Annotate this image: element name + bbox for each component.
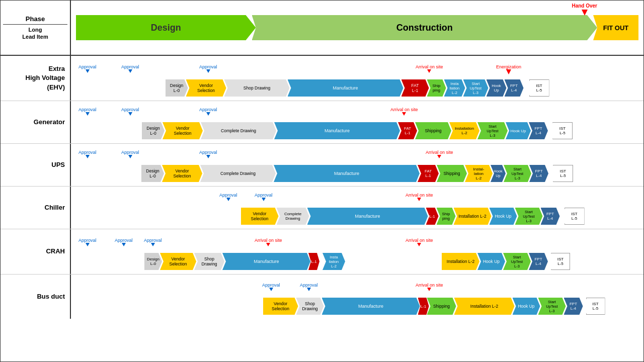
ups-annotations: Approval Approval Approval Arrival on si…: [73, 150, 641, 164]
row-content-crah: Approval Approval Approval Arrival on si…: [71, 229, 643, 274]
ehv-energization: Energization: [496, 64, 521, 74]
chiller-annotations: Approval Approval Arrival on site: [73, 193, 641, 207]
crah-items: DesignL-0 VendorSelection ShopDrawing Ma…: [144, 253, 570, 270]
main-container: Phase LongLead Item Design Construction …: [0, 0, 644, 362]
ehv-installation: InstallationL-2: [444, 79, 465, 97]
row-chiller: Chiller Approval Approval Arrival on sit…: [1, 187, 643, 229]
gen-annotations: Approval Approval Approval Arrival on si…: [73, 107, 641, 121]
ehv-fpt: FPTL-4: [505, 79, 524, 97]
ehv-design: DesignL-0: [166, 79, 188, 97]
ehv-ist: ISTL-5: [529, 79, 549, 97]
busduct-annotations: Approval Approval Arrival on site: [73, 283, 641, 297]
row-ups: UPS Approval Approval Approval: [1, 144, 643, 187]
busduct-items: VendorSelection ShopDrawing Manufacture …: [110, 298, 605, 315]
row-label-ehv: ExtraHigh Voltage(EHV): [1, 56, 71, 101]
header-row: Phase LongLead Item Design Construction …: [1, 1, 643, 56]
phase-design: Design: [76, 15, 256, 40]
row-generator: Generator Approval Approval Approval: [1, 101, 643, 144]
ehv-ann3: Approval: [199, 64, 217, 73]
long-lead-label: LongLead Item: [3, 26, 67, 41]
ehv-items: DesignL-0 VendorSelection Shop Drawing M…: [166, 79, 549, 97]
ehv-startuptest: StartUpTestL-3: [463, 79, 489, 97]
header-phases: Design Construction FIT OUT Hand Over: [71, 1, 643, 55]
ehv-arr-site: Arrival on site: [416, 64, 443, 73]
row-label-header: Phase LongLead Item: [1, 1, 71, 55]
row-content-ehv: Approval Approval Approval Arrival on si…: [71, 56, 643, 101]
crah-annotations: Approval Approval Approval Arrival on si…: [73, 238, 641, 252]
row-ehv: ExtraHigh Voltage(EHV) Approval Approval…: [1, 56, 643, 101]
phase-label: Phase: [3, 15, 67, 23]
chiller-items: VendorSelection CompleteDrawing Manufact…: [130, 208, 585, 225]
ups-complete-drawing: Complete Drawing: [200, 165, 276, 182]
gen-items: DesignL-0 VendorSelection Complete Drawi…: [142, 122, 573, 139]
ehv-fat: FATL-1: [401, 79, 429, 97]
phase-fitout: FIT OUT: [593, 15, 638, 40]
content-area: ExtraHigh Voltage(EHV) Approval Approval…: [1, 56, 643, 361]
handover-annotation: Hand Over: [572, 3, 597, 16]
row-label-busduct: Bus duct: [1, 275, 71, 319]
row-crah: CRAH Approval Approval Approval: [1, 229, 643, 275]
ehv-ann1: Approval: [78, 64, 97, 73]
ehv-hookup: HookUp: [487, 79, 507, 97]
row-busduct: Bus duct Approval Approval Arrival on si…: [1, 275, 643, 319]
phase-construction: Construction: [252, 15, 597, 40]
ehv-shop-drawing: Shop Drawing: [224, 79, 290, 97]
row-label-crah: CRAH: [1, 229, 71, 274]
row-content-chiller: Approval Approval Arrival on site Vendor…: [71, 187, 643, 229]
row-label-chiller: Chiller: [1, 187, 71, 229]
handover-arrow: [582, 10, 588, 16]
row-content-ups: Approval Approval Approval Arrival on si…: [71, 144, 643, 186]
ehv-shipping: Shipping: [427, 79, 446, 97]
ups-items: DesignL-0 VendorSelection Complete Drawi…: [141, 165, 573, 182]
ehv-annotations: Approval Approval Approval Arrival on si…: [73, 64, 641, 78]
ehv-manufacture: Manufacture: [288, 79, 404, 97]
ehv-ann2: Approval: [121, 64, 139, 73]
row-label-generator: Generator: [1, 101, 71, 143]
ehv-vendor: VendorSelection: [186, 79, 226, 97]
row-content-busduct: Approval Approval Arrival on site Vendor…: [71, 275, 643, 319]
gen-complete-drawing: Complete Drawing: [201, 122, 276, 139]
row-label-ups: UPS: [1, 144, 71, 186]
phase-bar-container: Design Construction FIT OUT: [71, 1, 643, 55]
row-content-generator: Approval Approval Approval Arrival on si…: [71, 101, 643, 143]
chiller-complete-drawing: CompleteDrawing: [277, 208, 309, 225]
